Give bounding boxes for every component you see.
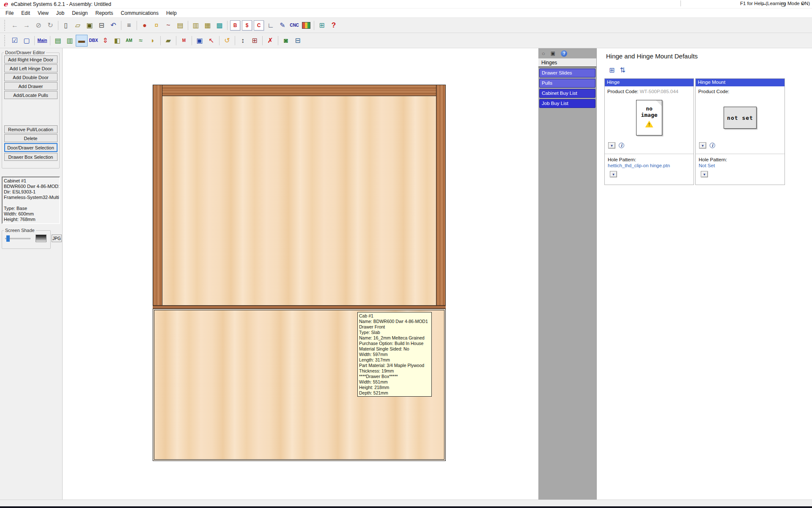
jpg-button[interactable]: JPG — [52, 235, 62, 242]
cabinet-editor-icon[interactable]: ▤ — [174, 19, 186, 31]
copy-defaults-icon[interactable]: ⇅ — [620, 66, 625, 74]
cutlist-report-icon[interactable]: C — [254, 20, 264, 30]
refresh-icon[interactable]: ↻ — [44, 19, 56, 31]
menu-job[interactable]: Job — [52, 9, 68, 17]
product-image-area: no image ! — [605, 94, 694, 141]
menu-design[interactable]: Design — [68, 9, 91, 17]
door-drawer-selection-button[interactable]: Door/Drawer Selection — [4, 143, 58, 152]
dbx-export-icon[interactable]: DBX — [88, 35, 99, 47]
undo-icon[interactable]: ↶ — [107, 19, 119, 31]
hole-pattern-link[interactable]: hettich_thd_clip-on hinge.ptn — [608, 163, 694, 168]
delete-button[interactable]: Delete — [4, 134, 58, 142]
delete-x-icon[interactable]: ✗ — [264, 35, 276, 47]
back-icon[interactable]: ← — [9, 19, 21, 31]
details-view-icon[interactable]: ⊞ — [609, 66, 614, 74]
add-left-hinge-door-button[interactable]: Add Left Hinge Door — [4, 64, 58, 72]
cnc-output-icon[interactable]: CNC — [288, 19, 300, 31]
measure-tools-icon[interactable]: ∟ — [265, 19, 277, 31]
add-locate-pulls-button[interactable]: Add/Locate Pulls — [4, 91, 58, 99]
help-icon[interactable]: ? — [561, 50, 567, 57]
nav-job-buy-list[interactable]: Job Buy List — [539, 99, 595, 108]
tooltip-line: Depth: 521mm — [359, 390, 430, 396]
info-icon[interactable]: i — [710, 143, 715, 148]
popout-icon[interactable]: ▣ — [551, 50, 555, 56]
dimension-icon[interactable]: ↕ — [237, 35, 249, 47]
materials-sphere-icon[interactable]: ● — [139, 19, 151, 31]
sculpt-shape-icon[interactable]: ◗ — [147, 35, 159, 47]
add-double-door-button[interactable]: Add Double Door — [4, 73, 58, 81]
nav-pulls[interactable]: Pulls — [539, 79, 595, 88]
medallion-icon[interactable]: M — [178, 35, 190, 47]
menu-help[interactable]: Help — [162, 9, 181, 17]
save-icon[interactable]: ▣ — [84, 19, 96, 31]
sign-drawing-icon[interactable]: ✎ — [277, 19, 288, 31]
drawer-box-selection-button[interactable]: Drawer Box Selection — [4, 153, 58, 161]
add-right-hinge-door-button[interactable]: Add Right Hinge Door — [4, 55, 58, 64]
defaults-cards: Hinge Product Code: WT-500P.085.044 no i… — [604, 78, 785, 185]
grid-table-icon[interactable]: ⊞ — [249, 35, 261, 47]
pin-icon[interactable]: ○ — [542, 50, 545, 57]
window-view-icon[interactable]: ▢ — [21, 35, 33, 47]
hole-pattern-link[interactable]: Not Set — [699, 163, 785, 168]
menu-edit[interactable]: Edit — [17, 9, 34, 17]
menu-file[interactable]: File — [2, 9, 17, 17]
placeholder-text: no — [636, 105, 662, 112]
remove-pull-location-button[interactable]: Remove Pull/Location — [4, 125, 58, 133]
balloon-note-icon[interactable]: ¤ — [151, 19, 162, 31]
open-folder-icon[interactable]: ▱ — [72, 19, 84, 31]
drawer-editor-icon[interactable]: ▬ — [76, 35, 88, 47]
nav-current-category[interactable]: Hinges — [538, 58, 596, 67]
status-bar — [0, 500, 812, 506]
screen-shade-slider-thumb[interactable] — [6, 235, 10, 242]
panel-layout-icon[interactable] — [301, 20, 311, 30]
stop-icon[interactable]: ⊘ — [33, 19, 44, 31]
help-icon[interactable]: ? — [328, 19, 340, 31]
hole-pattern-dropdown-button[interactable]: ▾ — [701, 171, 708, 177]
window-apply-icon[interactable]: ☑ — [9, 35, 21, 47]
cabinet-door-panel[interactable] — [162, 96, 436, 306]
contour-edit-icon[interactable]: ~ — [162, 19, 174, 31]
cabinet-green-icon[interactable]: ▤ — [52, 35, 64, 47]
keyboard-icon[interactable]: ⊞ — [316, 19, 328, 31]
hole-pattern-dropdown-button[interactable]: ▾ — [610, 171, 617, 177]
toolbar-separator — [276, 35, 280, 47]
door-swing-icon[interactable]: ◧ — [111, 35, 123, 47]
shade-gradient-preview[interactable] — [36, 235, 47, 242]
crown-molding-icon[interactable]: ≈ — [135, 35, 147, 47]
schedule-icon[interactable]: ⊟ — [292, 35, 304, 47]
assembly-canvas[interactable]: Cab #1 Name: BDWR600 Dwr 4-86-MOD1 Drawe… — [63, 48, 538, 500]
add-drawer-button[interactable]: Add Drawer — [4, 82, 58, 90]
applied-molding-icon[interactable]: AM — [123, 35, 135, 47]
cabinet-front-icon[interactable]: ▥ — [190, 19, 202, 31]
category-nav-panel: ○ ▣ ? Hinges Drawer Slides Pulls Cabinet… — [538, 48, 596, 500]
cabinet-info-line: Dir: ESL9303-1 — [4, 189, 58, 195]
eraser-icon[interactable]: ▰ — [162, 35, 174, 47]
nav-drawer-slides[interactable]: Drawer Slides — [539, 69, 595, 77]
select-pointer-icon[interactable]: ↖ — [206, 35, 217, 47]
forward-icon[interactable]: → — [21, 19, 33, 31]
cabinet-render-icon[interactable]: ▩ — [214, 19, 225, 31]
main-view-icon[interactable]: Main — [36, 35, 48, 47]
titlebar: e eCabinet Systems 6.2.1 - Assembly: Unt… — [0, 0, 812, 8]
new-document-icon[interactable]: ▯ — [60, 19, 72, 31]
door-height-icon[interactable]: ⇕ — [99, 35, 111, 47]
menu-communications[interactable]: Communications — [117, 9, 162, 17]
menu-view[interactable]: View — [34, 9, 52, 17]
cost-report-icon[interactable]: $ — [242, 20, 252, 30]
product-dropdown-button[interactable]: ▾ — [608, 142, 615, 149]
bid-report-icon[interactable]: B — [230, 20, 240, 30]
regenerate-icon[interactable]: ↺ — [221, 35, 233, 47]
snapshot-icon[interactable]: ◙ — [280, 35, 292, 47]
cabinet-open-icon[interactable]: ▥ — [64, 35, 76, 47]
toolbar-separator — [217, 35, 221, 47]
print-icon[interactable]: ⊟ — [96, 19, 107, 31]
cabinet-assembly-icon[interactable]: ▦ — [202, 19, 214, 31]
app-window-icon[interactable]: ▣ — [194, 35, 206, 47]
nav-cabinet-buy-list[interactable]: Cabinet Buy List — [539, 89, 595, 98]
display-settings-icon[interactable]: ≡ — [123, 19, 135, 31]
part-info-tooltip: Cab #1 Name: BDWR600 Dwr 4-86-MOD1 Drawe… — [357, 312, 432, 397]
page-fold — [656, 100, 662, 106]
info-icon[interactable]: i — [619, 143, 624, 148]
product-dropdown-button[interactable]: ▾ — [699, 142, 706, 149]
menu-reports[interactable]: Reports — [92, 9, 117, 17]
